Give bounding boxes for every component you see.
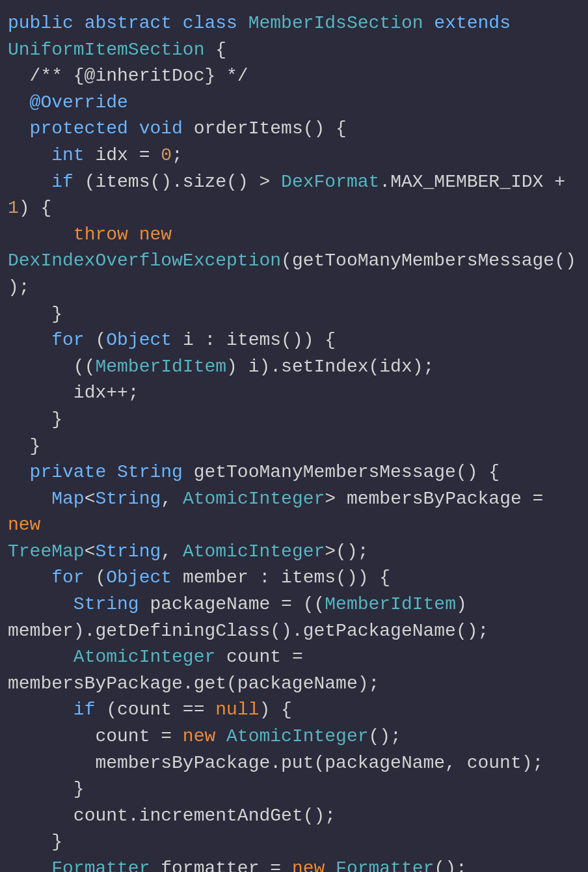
code-token: /** {@inheritDoc} */ — [8, 66, 248, 86]
code-token: >(); — [325, 541, 368, 562]
code-token: for — [51, 330, 95, 350]
code-line: if (count == null) { — [8, 697, 580, 724]
code-line: private String getTooManyMembersMessage(… — [8, 459, 580, 486]
code-token — [8, 462, 30, 482]
code-token: getTooManyMembersMessage() { — [194, 462, 500, 482]
code-token: ) { — [19, 198, 51, 218]
code-line: for (Object i : items()) { — [8, 327, 580, 354]
code-token: Formatter — [51, 858, 161, 872]
code-token: new — [183, 726, 226, 746]
code-token: String — [95, 541, 161, 562]
code-token: new — [8, 515, 40, 535]
code-line: count.incrementAndGet(); — [8, 803, 580, 830]
code-token: Object — [106, 330, 183, 350]
code-token: , — [161, 541, 183, 562]
code-line: membersByPackage.put(packageName, count)… — [8, 750, 580, 777]
code-token: String — [74, 594, 150, 614]
code-token: idx++; — [8, 383, 139, 403]
code-line: } — [8, 301, 580, 328]
code-token — [8, 225, 74, 245]
code-token: ( — [95, 330, 106, 350]
code-token: public — [8, 13, 85, 33]
code-line: ((MemberIdItem) i).setIndex(idx); — [8, 354, 580, 381]
code-token: @Override — [30, 92, 128, 113]
code-token: class — [183, 13, 248, 33]
code-token: (items().size() > — [85, 172, 281, 192]
code-token: idx = — [95, 145, 161, 165]
code-token: new — [292, 858, 336, 872]
code-token: membersByPackage.get(packageName); — [8, 674, 379, 694]
code-token: if — [51, 172, 84, 192]
code-token: (( — [8, 357, 95, 377]
code-token: DexFormat — [281, 172, 379, 192]
code-token: AtomicInteger — [74, 647, 226, 667]
code-token: packageName = (( — [150, 594, 325, 614]
code-token: AtomicInteger — [226, 726, 368, 746]
code-line: @Override — [8, 90, 580, 116]
code-token — [8, 172, 51, 192]
code-token — [8, 567, 51, 588]
code-token: abstract — [85, 13, 183, 33]
code-line: Map<String, AtomicInteger> membersByPack… — [8, 486, 580, 539]
code-token: count.incrementAndGet(); — [8, 806, 336, 826]
code-token: AtomicInteger — [183, 489, 325, 509]
code-token: ; — [172, 145, 183, 165]
code-line: protected void orderItems() { — [8, 116, 580, 143]
code-token — [8, 858, 51, 872]
code-token: count = — [226, 647, 303, 667]
code-token: member : items()) { — [183, 567, 390, 588]
code-line: if (items().size() > DexFormat.MAX_MEMBE… — [8, 169, 580, 222]
code-line: AtomicInteger count = — [8, 644, 580, 671]
code-token: int — [51, 145, 95, 165]
code-token: Object — [106, 567, 183, 588]
code-token: protected — [30, 118, 139, 139]
code-token: AtomicInteger — [183, 541, 325, 562]
code-token — [8, 330, 51, 350]
code-token: i : items()) { — [183, 330, 336, 350]
code-token: if — [74, 700, 106, 720]
code-token — [8, 647, 74, 667]
code-token: member).getDefiningClass().getPackageNam… — [8, 621, 488, 641]
code-line: } — [8, 433, 580, 460]
code-token — [8, 594, 74, 614]
code-display: public abstract class MemberIdsSection e… — [8, 10, 580, 872]
code-token: private — [30, 462, 117, 482]
code-token: } — [8, 409, 62, 429]
code-token: 0 — [161, 145, 172, 165]
code-token: null — [215, 700, 259, 720]
code-token: ( — [95, 567, 106, 588]
code-token: MemberIdItem — [95, 357, 226, 377]
code-token: > membersByPackage = — [325, 489, 554, 509]
code-token: .MAX_MEMBER_IDX + — [379, 172, 576, 192]
code-token — [8, 489, 51, 509]
code-line: String packageName = ((MemberIdItem) — [8, 592, 580, 618]
code-token: < — [85, 489, 96, 509]
code-line: membersByPackage.get(packageName); — [8, 671, 580, 698]
code-token: TreeMap — [8, 541, 85, 562]
code-token: throw — [74, 225, 139, 245]
code-line: } — [8, 407, 580, 433]
code-token: ) i).setIndex(idx); — [226, 357, 434, 377]
code-token: } — [8, 436, 40, 456]
code-token: UniformItemSection — [8, 40, 204, 60]
code-token: , — [161, 489, 183, 509]
code-line: DexIndexOverflowException(getTooManyMemb… — [8, 248, 580, 301]
code-token: Formatter — [336, 858, 434, 872]
code-line: member).getDefiningClass().getPackageNam… — [8, 618, 580, 645]
code-token: ) { — [260, 700, 292, 720]
code-token: formatter = — [161, 858, 292, 872]
code-token: } — [8, 779, 85, 799]
code-token: String — [117, 462, 194, 482]
code-line: } — [8, 829, 580, 856]
code-token: < — [85, 541, 96, 562]
code-token: MemberIdItem — [325, 594, 456, 614]
code-token: } — [8, 304, 62, 324]
code-line: public abstract class MemberIdsSection e… — [8, 10, 580, 37]
code-token: 1 — [8, 198, 19, 218]
code-token — [8, 700, 74, 720]
code-line: Formatter formatter = new Formatter(); — [8, 856, 580, 872]
code-line: } — [8, 776, 580, 803]
code-line: count = new AtomicInteger(); — [8, 724, 580, 750]
code-token: (); — [369, 726, 401, 746]
code-token: orderItems() { — [194, 118, 347, 139]
